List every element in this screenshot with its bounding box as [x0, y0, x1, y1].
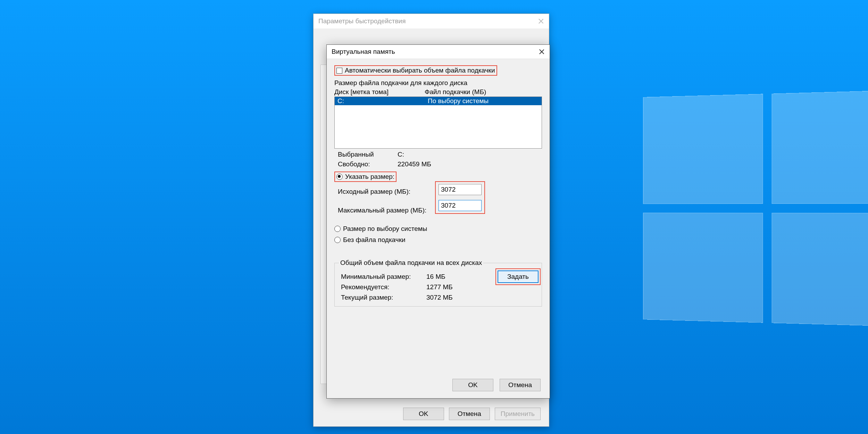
drive-letter: C: [337, 97, 428, 105]
selected-value: C: [398, 151, 404, 158]
rec-value: 1277 МБ [426, 283, 453, 291]
virtual-memory-dialog: Виртуальная память Автоматически выбират… [326, 44, 550, 399]
cur-value: 3072 МБ [426, 294, 453, 301]
custom-size-label[interactable]: Указать размер: [345, 173, 394, 181]
custom-size-radio[interactable] [336, 174, 343, 180]
auto-manage-checkbox-highlight: Автоматически выбирать объем файла подка… [334, 65, 497, 76]
min-value: 16 МБ [426, 273, 445, 281]
no-pagefile-label[interactable]: Без файла подкачки [343, 236, 406, 244]
cur-label: Текущий размер: [339, 294, 426, 301]
set-button[interactable]: Задать [498, 270, 539, 283]
free-label: Свободно: [334, 160, 398, 168]
auto-manage-label[interactable]: Автоматически выбирать объем файла подка… [345, 67, 495, 74]
initial-size-input[interactable] [439, 184, 482, 195]
close-icon[interactable] [538, 18, 544, 24]
max-size-label: Максимальный размер (МБ): [334, 207, 428, 214]
per-drive-label: Размер файла подкачки для каждого диска [334, 79, 542, 87]
back-ok-button[interactable]: OK [403, 408, 444, 420]
free-value: 220459 МБ [398, 160, 431, 168]
selected-label: Выбранный [334, 151, 398, 158]
auto-manage-checkbox[interactable] [336, 68, 342, 74]
vm-ok-button[interactable]: OK [452, 379, 493, 391]
vm-dialog-title: Виртуальная память [332, 48, 395, 56]
drive-list-header: Диск [метка тома] Файл подкачки (МБ) [334, 88, 542, 96]
custom-size-radio-highlight: Указать размер: [334, 172, 397, 182]
vm-cancel-button[interactable]: Отмена [500, 379, 541, 391]
system-managed-radio[interactable] [334, 226, 341, 232]
size-inputs-highlight [435, 181, 485, 214]
initial-size-label: Исходный размер (МБ): [334, 188, 428, 195]
col-disk: Диск [метка тома] [334, 88, 425, 96]
set-button-highlight: Задать [495, 268, 541, 285]
total-legend: Общий объем файла подкачки на всех диска… [339, 259, 483, 267]
col-pagefile: Файл подкачки (МБ) [425, 88, 486, 96]
drive-listbox[interactable]: C: По выбору системы [334, 97, 542, 149]
drive-status: По выбору системы [428, 97, 489, 105]
no-pagefile-radio[interactable] [334, 237, 341, 243]
system-managed-label[interactable]: Размер по выбору системы [343, 225, 427, 233]
max-size-input[interactable] [439, 200, 482, 211]
windows-logo-icon [643, 90, 868, 327]
back-dialog-title: Параметры быстродействия [318, 17, 406, 25]
rec-label: Рекомендуется: [339, 283, 426, 291]
min-label: Минимальный размер: [339, 273, 426, 281]
drive-row[interactable]: C: По выбору системы [335, 97, 542, 105]
back-apply-button: Применить [495, 408, 541, 420]
back-cancel-button[interactable]: Отмена [449, 408, 490, 420]
close-icon[interactable] [539, 49, 545, 55]
